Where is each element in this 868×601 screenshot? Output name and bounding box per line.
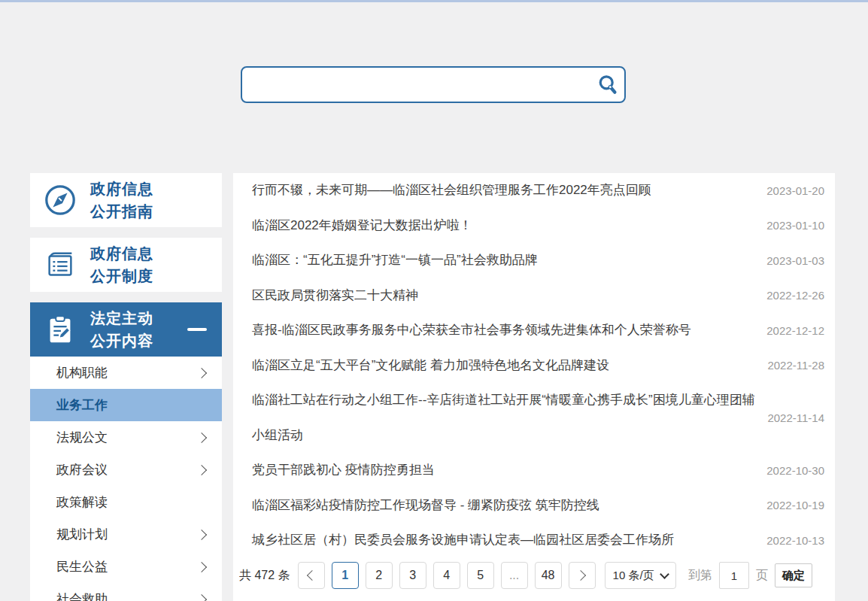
page-number-button[interactable]: 1 xyxy=(332,562,359,589)
submenu-item-label: 民生公益 xyxy=(56,558,108,575)
compass-icon xyxy=(42,183,78,217)
sidebar-item-guide[interactable]: 政府信息 公开指南 xyxy=(30,173,222,227)
page-number-button[interactable]: 4 xyxy=(433,562,460,589)
goto-page-group: 到第 页 确定 xyxy=(688,562,812,589)
submenu-item-label: 业务工作 xyxy=(56,396,108,414)
news-date: 2023-01-03 xyxy=(755,254,824,267)
page-number-list: 1 2 3 4 5 ... 48 xyxy=(332,562,569,589)
submenu-item[interactable]: 政府会议 xyxy=(30,454,222,486)
search-input[interactable] xyxy=(242,68,590,102)
news-date: 2023-01-10 xyxy=(755,219,824,232)
page-number-button[interactable]: 2 xyxy=(366,562,393,589)
news-item[interactable]: 党员干部践初心 疫情防控勇担当 2022-10-30 xyxy=(233,453,835,488)
news-date: 2022-11-14 xyxy=(755,411,824,424)
top-accent-bar xyxy=(0,0,868,2)
news-panel: 行而不辍，未来可期——临淄区社会组织管理服务工作2022年亮点回顾 2023-0… xyxy=(233,173,835,601)
pagination: 共 472 条 1 2 3 4 5 ... 48 10 条 xyxy=(233,558,835,601)
submenu-item-label: 社会救助 xyxy=(56,590,108,601)
chevron-right-icon xyxy=(196,464,207,475)
page-number-button[interactable]: 48 xyxy=(535,562,562,589)
sidebar-item-label: 法定主动 公开内容 xyxy=(90,307,153,352)
ledger-icon xyxy=(42,247,78,282)
submenu-item-label: 政府会议 xyxy=(56,461,108,478)
news-item[interactable]: 临淄区：“五化五提升”打造“一镇一品”社会救助品牌 2023-01-03 xyxy=(233,243,835,278)
chevron-right-icon xyxy=(196,529,207,539)
submenu-item[interactable]: 机构职能 xyxy=(30,357,222,389)
search-icon[interactable] xyxy=(590,73,624,97)
news-item[interactable]: 区民政局贯彻落实二十大精神 2022-12-26 xyxy=(233,278,835,314)
chevron-left-icon xyxy=(307,570,317,581)
chevron-right-icon xyxy=(575,570,586,581)
submenu-item-label: 机构职能 xyxy=(56,364,108,381)
page-size-select[interactable]: 10 条/页 xyxy=(605,562,676,589)
label-line1: 政府信息 xyxy=(90,181,153,197)
news-title[interactable]: 临淄区：“五化五提升”打造“一镇一品”社会救助品牌 xyxy=(252,243,755,278)
page-number-button[interactable]: ... xyxy=(501,562,528,589)
submenu-item[interactable]: 业务工作 xyxy=(30,389,222,421)
chevron-right-icon xyxy=(196,432,207,442)
label-line2: 公开指南 xyxy=(90,203,153,220)
chevron-right-icon xyxy=(196,561,207,572)
news-title[interactable]: 城乡社区居（村）民委员会服务设施申请认定表—临园社区居委会工作场所 xyxy=(252,523,755,558)
news-list: 行而不辍，未来可期——临淄区社会组织管理服务工作2022年亮点回顾 2023-0… xyxy=(233,173,835,558)
news-item[interactable]: 临淄区2022年婚姻登记大数据出炉啦！ 2023-01-10 xyxy=(233,208,835,244)
confirm-button[interactable]: 确定 xyxy=(775,563,812,587)
news-title[interactable]: 临淄区福彩站疫情防控工作现场督导 - 绷紧防疫弦 筑牢防控线 xyxy=(252,488,755,524)
news-date: 2022-11-28 xyxy=(755,359,824,372)
chevron-right-icon xyxy=(196,593,207,601)
chevron-right-icon xyxy=(196,367,207,378)
news-item[interactable]: 行而不辍，未来可期——临淄区社会组织管理服务工作2022年亮点回顾 2023-0… xyxy=(233,173,835,208)
news-title[interactable]: 区民政局贯彻落实二十大精神 xyxy=(252,278,755,314)
news-title[interactable]: 行而不辍，未来可期——临淄区社会组织管理服务工作2022年亮点回顾 xyxy=(252,173,755,208)
news-date: 2022-10-19 xyxy=(755,499,824,511)
submenu-item-label: 法规公文 xyxy=(56,429,108,446)
news-date: 2022-12-12 xyxy=(755,324,824,337)
sidebar-item-system[interactable]: 政府信息 公开制度 xyxy=(30,238,222,292)
label-line1: 政府信息 xyxy=(90,245,153,262)
page-number-button[interactable]: 3 xyxy=(399,562,426,589)
sidebar-item-label: 政府信息 公开制度 xyxy=(90,242,153,287)
search-box xyxy=(241,66,626,103)
news-item[interactable]: 城乡社区居（村）民委员会服务设施申请认定表—临园社区居委会工作场所 2022-1… xyxy=(233,523,835,558)
news-title[interactable]: 喜报-临淄区民政事务服务中心荣获全市社会事务领域先进集体和个人荣誉称号 xyxy=(252,313,755,348)
clipboard-pencil-icon xyxy=(42,312,78,347)
news-item[interactable]: 临淄区立足“五大平台”文化赋能 着力加强特色地名文化品牌建设 2022-11-2… xyxy=(233,348,835,384)
news-title[interactable]: 党员干部践初心 疫情防控勇担当 xyxy=(252,453,755,488)
news-date: 2023-01-20 xyxy=(755,184,824,197)
news-date: 2022-12-26 xyxy=(755,289,824,302)
news-item[interactable]: 临淄社工站在行动之小组工作--辛店街道社工站开展“情暖童心携手成长”困境儿童心理… xyxy=(233,383,835,453)
submenu-item[interactable]: 政策解读 xyxy=(30,486,222,518)
submenu-item[interactable]: 法规公文 xyxy=(30,421,222,454)
news-title[interactable]: 临淄社工站在行动之小组工作--辛店街道社工站开展“情暖童心携手成长”困境儿童心理… xyxy=(252,383,755,453)
next-page-button[interactable] xyxy=(569,562,596,589)
news-date: 2022-10-13 xyxy=(755,534,824,547)
minus-icon xyxy=(187,328,207,331)
goto-label-prefix: 到第 xyxy=(688,568,712,584)
label-line2: 公开制度 xyxy=(90,268,153,284)
label-line1: 法定主动 xyxy=(90,310,153,326)
sidebar-item-label: 政府信息 公开指南 xyxy=(90,178,153,223)
news-item[interactable]: 临淄区福彩站疫情防控工作现场督导 - 绷紧防疫弦 筑牢防控线 2022-10-1… xyxy=(233,488,835,524)
sidebar-item-statutory[interactable]: 法定主动 公开内容 xyxy=(30,302,222,357)
magnifier-glyph xyxy=(595,73,619,97)
submenu-item-label: 政策解读 xyxy=(56,493,108,511)
submenu-item-label: 规划计划 xyxy=(56,526,108,543)
news-date: 2022-10-30 xyxy=(755,464,824,477)
news-title[interactable]: 临淄区2022年婚姻登记大数据出炉啦！ xyxy=(252,208,755,244)
page-number-button[interactable]: 5 xyxy=(467,562,494,589)
prev-page-button[interactable] xyxy=(298,562,325,589)
total-count: 共 472 条 xyxy=(239,568,290,584)
goto-label-suffix: 页 xyxy=(756,568,768,584)
chevron-down-icon xyxy=(660,569,669,579)
news-title[interactable]: 临淄区立足“五大平台”文化赋能 着力加强特色地名文化品牌建设 xyxy=(252,348,755,384)
goto-page-input[interactable] xyxy=(719,562,749,589)
label-line2: 公开内容 xyxy=(90,332,153,349)
page-size-value: 10 条/页 xyxy=(613,569,654,583)
submenu-item[interactable]: 社会救助 xyxy=(30,583,222,601)
news-item[interactable]: 喜报-临淄区民政事务服务中心荣获全市社会事务领域先进集体和个人荣誉称号 2022… xyxy=(233,313,835,348)
submenu-item[interactable]: 规划计划 xyxy=(30,518,222,551)
sidebar-submenu: 机构职能 业务工作 法规公文 政府会议 政策解读 xyxy=(30,357,222,601)
submenu-item[interactable]: 民生公益 xyxy=(30,551,222,583)
sidebar: 政府信息 公开指南 政府信息 公开制度 xyxy=(30,173,222,601)
